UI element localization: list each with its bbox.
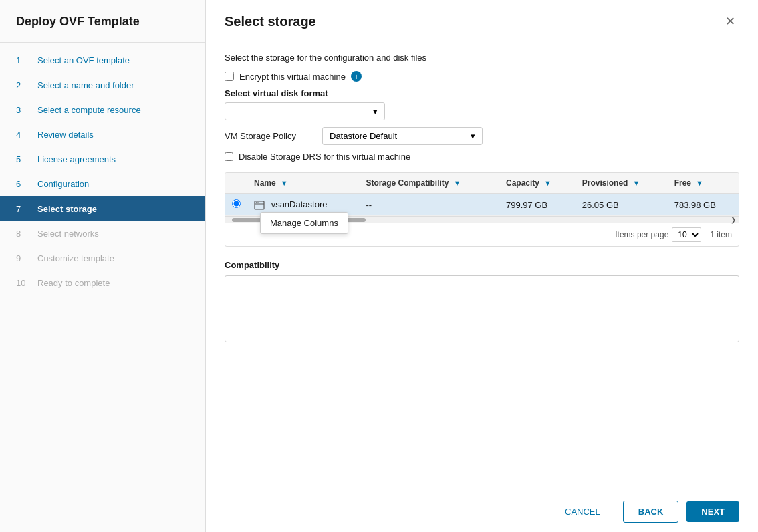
datastore-icon <box>254 201 265 210</box>
sidebar-step-6[interactable]: 6 Configuration <box>0 172 205 196</box>
sidebar-step-label-6: Configuration <box>37 179 89 189</box>
items-per-page-select[interactable]: 10 25 50 <box>672 227 701 242</box>
back-button[interactable]: BACK <box>623 501 679 523</box>
virtual-disk-format-label: Select virtual disk format <box>225 88 739 98</box>
vm-storage-policy-dropdown[interactable]: Datastore Default ▾ <box>322 127 483 145</box>
sidebar-step-label-4: Review details <box>37 130 94 140</box>
main-header: Select storage ✕ <box>206 0 758 39</box>
description-text: Select the storage for the configuration… <box>225 53 739 63</box>
sidebar-step-label-9: Customize template <box>37 253 114 263</box>
disable-storage-drs-row: Disable Storage DRS for this virtual mac… <box>225 152 739 162</box>
virtual-disk-format-value <box>232 106 235 116</box>
sidebar-step-label-3: Select a compute resource <box>37 105 141 115</box>
storage-radio-input[interactable] <box>232 199 241 208</box>
sidebar-step-label-10: Ready to complete <box>37 278 110 288</box>
table-header-name: Name ▼ <box>247 173 360 194</box>
vm-storage-policy-row: VM Storage Policy Datastore Default ▾ <box>225 127 739 145</box>
sidebar-step-5[interactable]: 5 License agreements <box>0 147 205 172</box>
step-num-1: 1 <box>16 55 31 65</box>
table-header-radio <box>225 173 247 194</box>
main-body: Select the storage for the configuration… <box>206 39 758 491</box>
page-title: Select storage <box>225 14 316 29</box>
table-header-storage-compatibility: Storage Compatibility ▼ <box>360 173 500 194</box>
disable-storage-drs-label: Disable Storage DRS for this virtual mac… <box>239 152 410 162</box>
step-num-4: 4 <box>16 130 31 140</box>
storage-table-container: ☞ Manage Columns Name ▼ <box>225 172 739 247</box>
storage-table: Name ▼ Storage Compatibility ▼ <box>225 173 739 216</box>
table-header-free: Free ▼ <box>668 173 739 194</box>
name-filter-icon[interactable]: ▼ <box>281 179 288 187</box>
sidebar-step-1[interactable]: 1 Select an OVF template <box>0 48 205 73</box>
vm-storage-policy-value: Datastore Default <box>330 131 397 141</box>
sidebar-steps: 1 Select an OVF template 2 Select a name… <box>0 43 205 301</box>
step-num-5: 5 <box>16 154 31 164</box>
sidebar-step-2[interactable]: 2 Select a name and folder <box>0 73 205 98</box>
main-footer: CANCEL BACK NEXT <box>206 491 758 532</box>
svg-point-2 <box>256 202 257 203</box>
free-filter-icon[interactable]: ▼ <box>696 179 703 187</box>
table-cell-name-value: vsanDatastore <box>271 199 328 209</box>
disable-storage-drs-checkbox[interactable] <box>225 152 233 161</box>
sidebar-step-8: 8 Select networks <box>0 221 205 246</box>
compatibility-box <box>225 275 739 342</box>
table-cell-provisioned: 26.05 GB <box>576 194 668 216</box>
sidebar-step-7[interactable]: 7 Select storage <box>0 196 205 221</box>
sidebar-step-label-7: Select storage <box>37 204 97 214</box>
info-icon[interactable]: i <box>351 71 362 82</box>
step-num-3: 3 <box>16 105 31 115</box>
h-scroll-right-arrow-icon[interactable]: ❯ <box>731 216 736 223</box>
dropdown-chevron-icon: ▾ <box>373 106 378 116</box>
manage-columns-tooltip[interactable]: Manage Columns <box>260 212 348 234</box>
sidebar: Deploy OVF Template 1 Select an OVF temp… <box>0 0 206 532</box>
encrypt-label: Encrypt this virtual machine <box>239 72 346 82</box>
close-button[interactable]: ✕ <box>721 12 739 31</box>
vm-storage-policy-chevron-icon: ▾ <box>471 131 475 141</box>
total-items: 1 item <box>710 230 732 239</box>
encrypt-checkbox-row: Encrypt this virtual machine i <box>225 71 739 82</box>
encrypt-checkbox[interactable] <box>225 72 234 81</box>
table-cell-storage-compatibility: -- <box>360 194 500 216</box>
table-cell-capacity: 799.97 GB <box>499 194 576 216</box>
sidebar-step-label-2: Select a name and folder <box>37 80 134 90</box>
step-num-8: 8 <box>16 229 31 239</box>
table-header-row: Name ▼ Storage Compatibility ▼ <box>225 173 739 194</box>
sidebar-step-label-8: Select networks <box>37 229 99 239</box>
main-content: Select storage ✕ Select the storage for … <box>206 0 758 532</box>
sidebar-step-9: 9 Customize template <box>0 246 205 271</box>
step-num-10: 10 <box>16 278 31 288</box>
sidebar-step-label-5: License agreements <box>37 154 116 164</box>
items-per-page-label: Items per page <box>615 230 668 239</box>
table-header-capacity: Capacity ▼ <box>499 173 576 194</box>
items-per-page: Items per page 10 25 50 <box>615 227 705 242</box>
sidebar-title: Deploy OVF Template <box>0 0 205 43</box>
vm-storage-policy-label: VM Storage Policy <box>225 131 311 141</box>
capacity-filter-icon[interactable]: ▼ <box>544 179 551 187</box>
svg-point-3 <box>257 202 259 203</box>
table-cell-radio[interactable] <box>225 194 247 216</box>
step-num-9: 9 <box>16 253 31 263</box>
sidebar-step-3[interactable]: 3 Select a compute resource <box>0 98 205 122</box>
step-num-7: 7 <box>16 204 31 214</box>
table-header-provisioned: Provisioned ▼ <box>576 173 668 194</box>
provisioned-filter-icon[interactable]: ▼ <box>632 179 640 187</box>
next-button[interactable]: NEXT <box>686 501 739 522</box>
cancel-button[interactable]: CANCEL <box>550 501 615 522</box>
virtual-disk-format-dropdown[interactable]: ▾ <box>225 102 385 120</box>
step-num-6: 6 <box>16 179 31 189</box>
sidebar-step-label-1: Select an OVF template <box>37 55 130 65</box>
step-num-2: 2 <box>16 80 31 90</box>
sidebar-step-4[interactable]: 4 Review details <box>0 122 205 147</box>
compatibility-label: Compatibility <box>225 260 739 270</box>
table-cell-free: 783.98 GB <box>668 194 739 216</box>
sidebar-step-10: 10 Ready to complete <box>0 271 205 295</box>
storage-compat-filter-icon[interactable]: ▼ <box>454 179 461 187</box>
